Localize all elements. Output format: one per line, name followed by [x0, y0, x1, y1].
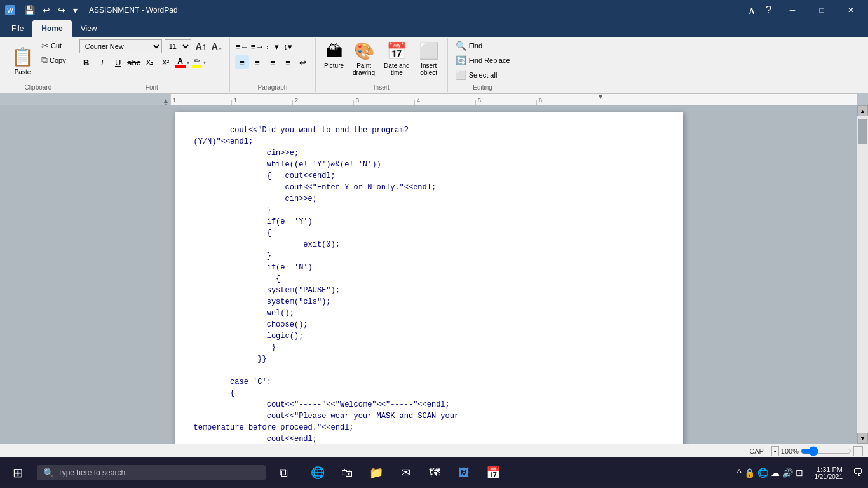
tab-view[interactable]: View — [72, 20, 106, 37]
tray-battery-icon[interactable]: ⊡ — [796, 468, 803, 478]
find-button[interactable]: 🔍 Find — [453, 39, 485, 52]
picture-button[interactable]: 🏔 Picture — [321, 39, 347, 71]
font-color-swatch — [175, 65, 186, 68]
ribbon-tabs: File Home View — [0, 20, 868, 37]
explorer-icon: 📁 — [369, 466, 383, 480]
date-time-button[interactable]: 📅 Date andtime — [381, 39, 413, 78]
find-replace-button[interactable]: 🔄 Find Replace — [453, 54, 513, 67]
date-time-label: Date andtime — [384, 62, 410, 76]
ruler-left-svg — [0, 94, 170, 105]
cut-button[interactable]: ✂ Cut — [39, 39, 69, 52]
highlight-dropdown[interactable]: ▾ — [203, 60, 206, 65]
font-color-dropdown[interactable]: ▾ — [187, 60, 189, 65]
scroll-thumb[interactable] — [858, 119, 867, 144]
justify-btn[interactable]: ≡ — [281, 55, 295, 69]
help-btn[interactable]: ? — [762, 3, 775, 17]
close-btn[interactable]: ✕ — [836, 0, 865, 20]
tray-network-icon[interactable]: 🌐 — [757, 468, 768, 478]
ruler: 1 1 2 3 4 5 6 — [0, 94, 868, 105]
maps-btn[interactable]: 🗺 — [421, 459, 449, 487]
paint-icon: 🎨 — [354, 41, 374, 61]
zoom-in-btn[interactable]: + — [853, 446, 863, 456]
insert-content: 🏔 Picture 🎨 Paintdrawing 📅 Date andtime … — [321, 39, 442, 83]
tray-chevron[interactable]: ^ — [737, 468, 742, 478]
save-quick-btn[interactable]: 💾 — [22, 4, 37, 17]
system-clock[interactable]: 1:31 PM 1/21/2021 — [810, 466, 848, 480]
svg-marker-16 — [599, 95, 602, 99]
ruler-content[interactable]: 1 1 2 3 4 5 6 — [170, 94, 857, 105]
paint-drawing-button[interactable]: 🎨 Paintdrawing — [349, 39, 378, 78]
bullets-btn[interactable]: ≔▾ — [266, 39, 280, 53]
task-view-btn[interactable]: ⧉ — [269, 459, 297, 487]
undo-quick-btn[interactable]: ↩ — [40, 4, 53, 17]
svg-text:6: 6 — [539, 97, 542, 104]
clipboard-label: Clipboard — [8, 83, 69, 91]
line-spacing-btn[interactable]: ↕▾ — [281, 39, 295, 53]
font-row1: Courier New 11 A↑ A↓ — [79, 39, 224, 53]
explorer-btn[interactable]: 📁 — [362, 459, 390, 487]
italic-button[interactable]: I — [95, 55, 109, 69]
edge-btn[interactable]: 🌐 — [304, 459, 332, 487]
code-content[interactable]: cout<<"Did you want to end the program? … — [194, 125, 664, 444]
copy-button[interactable]: ⧉ Copy — [39, 53, 69, 67]
scroll-track[interactable] — [857, 116, 868, 433]
picture-icon: 🏔 — [326, 41, 342, 61]
select-all-button[interactable]: ⬜ Select all — [453, 69, 500, 81]
bold-button[interactable]: B — [79, 55, 93, 69]
underline-button[interactable]: U — [111, 55, 125, 69]
caps-label: CAP — [749, 447, 764, 455]
search-box[interactable]: 🔍 Type here to search — [37, 465, 266, 480]
store-btn[interactable]: 🛍 — [333, 459, 361, 487]
collapse-ribbon-btn[interactable]: ∧ — [744, 3, 759, 18]
font-color-button[interactable]: A — [175, 56, 186, 69]
subscript-button[interactable]: X₂ — [143, 55, 157, 69]
tab-file[interactable]: File — [3, 20, 32, 37]
increase-font-btn[interactable]: A↑ — [194, 41, 208, 52]
editing-content: 🔍 Find 🔄 Find Replace ⬜ Select all — [453, 39, 513, 83]
scroll-down-btn[interactable]: ▼ — [857, 433, 868, 444]
font-name-select[interactable]: Courier New — [79, 39, 162, 53]
font-size-select[interactable]: 11 — [165, 39, 191, 53]
customize-quick-btn[interactable]: ▾ — [71, 4, 80, 17]
increase-indent-btn[interactable]: ≡→ — [250, 39, 264, 53]
align-left-btn[interactable]: ≡ — [235, 55, 249, 69]
font-row2: B I U abc X₂ X² A ▾ ✏ — [79, 55, 206, 69]
insert-group: 🏔 Picture 🎨 Paintdrawing 📅 Date andtime … — [316, 38, 448, 92]
insert-object-button[interactable]: ⬜ Insertobject — [416, 39, 442, 78]
highlight-color-button[interactable]: ✏ — [191, 56, 203, 69]
paste-button[interactable]: 📋 Paste — [8, 39, 37, 83]
photos-btn[interactable]: 🖼 — [450, 459, 478, 487]
zoom-slider[interactable] — [801, 447, 851, 455]
calendar-btn[interactable]: 📅 — [479, 459, 507, 487]
photos-icon: 🖼 — [458, 466, 470, 480]
window-controls: ─ □ ✕ — [778, 0, 865, 20]
para-row2: ≡ ≡ ≡ ≡ ↩ — [235, 55, 310, 69]
minimize-btn[interactable]: ─ — [778, 0, 807, 20]
redo-quick-btn[interactable]: ↪ — [55, 4, 68, 17]
size-buttons: A↑ A↓ — [194, 41, 224, 52]
maps-icon: 🗺 — [429, 466, 440, 480]
document-area[interactable]: cout<<"Did you want to end the program? … — [0, 105, 857, 444]
insert-label: Insert — [321, 83, 442, 91]
tray-volume-icon[interactable]: 🔊 — [782, 468, 793, 478]
decrease-indent-btn[interactable]: ≡← — [235, 39, 249, 53]
scroll-up-btn[interactable]: ▲ — [857, 105, 868, 116]
zoom-out-btn[interactable]: - — [771, 446, 779, 456]
calendar-icon: 📅 — [486, 466, 500, 480]
notification-btn[interactable]: 🗨 — [850, 464, 865, 481]
start-button[interactable]: ⊞ — [3, 458, 33, 488]
strikethrough-button[interactable]: abc — [127, 55, 141, 69]
tray-cloud-icon[interactable]: ☁ — [771, 468, 780, 478]
tab-home[interactable]: Home — [32, 20, 71, 37]
ribbon: 📋 Paste ✂ Cut ⧉ Copy Clipboard Courier N… — [0, 37, 868, 94]
zoom-level: 100% — [781, 447, 799, 455]
mail-btn[interactable]: ✉ — [391, 459, 419, 487]
decrease-font-btn[interactable]: A↓ — [210, 41, 224, 52]
align-right-btn[interactable]: ≡ — [266, 55, 280, 69]
tray-lock-icon[interactable]: 🔒 — [744, 468, 755, 478]
align-center-btn[interactable]: ≡ — [250, 55, 264, 69]
rtl-btn[interactable]: ↩ — [296, 55, 310, 69]
maximize-btn[interactable]: □ — [807, 0, 836, 20]
paragraph-content: ≡← ≡→ ≔▾ ↕▾ ≡ ≡ ≡ ≡ ↩ — [235, 39, 310, 83]
superscript-button[interactable]: X² — [159, 55, 173, 69]
